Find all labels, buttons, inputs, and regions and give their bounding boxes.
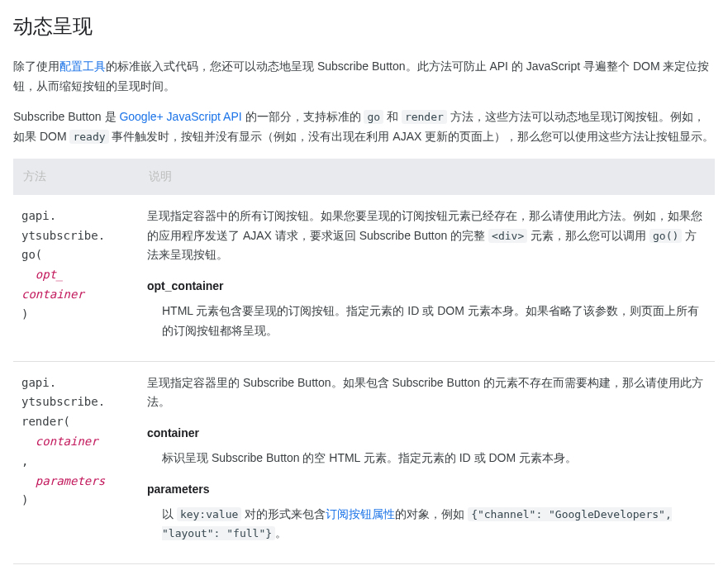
- method-desc-go: 呈现指定容器中的所有订阅按钮。如果您要呈现的订阅按钮元素已经存在，那么请使用此方…: [139, 195, 715, 361]
- intro-paragraph-2: Subscribe Button 是 Google+ JavaScript AP…: [13, 107, 715, 147]
- config-tool-link[interactable]: 配置工具: [59, 59, 106, 73]
- gplus-js-api-link[interactable]: Google+ JavaScript API: [119, 110, 241, 123]
- param-body-parameters: 以 key:value 对的形式来包含订阅按钮属性的对象，例如 {"channe…: [162, 505, 705, 544]
- desc-lead: 呈现指定容器中的所有订阅按钮。如果您要呈现的订阅按钮元素已经存在，那么请使用此方…: [147, 207, 705, 265]
- param-body-container: 标识呈现 Subscribe Button 的空 HTML 元素。指定元素的 I…: [162, 449, 705, 468]
- text: 事件触发时，按钮并没有显示（例如，没有出现在利用 AJAX 更新的页面上），那么…: [109, 130, 715, 143]
- table-row: gapi. ytsubscribe. go( opt_ container ) …: [13, 195, 715, 361]
- col-header-method: 方法: [13, 159, 139, 195]
- text: Subscribe Button 是: [13, 110, 119, 123]
- text: 对的形式来包含: [241, 507, 326, 520]
- methods-table: 方法 说明 gapi. ytsubscribe. go( opt_ contai…: [13, 159, 715, 564]
- table-row: gapi. ytsubscribe. render( container , p…: [13, 361, 715, 564]
- code-render: render: [402, 110, 447, 124]
- sig-text: ,: [21, 454, 36, 487]
- sig-text: ): [21, 307, 28, 321]
- code-ready: ready: [69, 130, 108, 144]
- param-body-opt-container: HTML 元素包含要呈现的订阅按钮。指定元素的 ID 或 DOM 元素本身。如果…: [162, 302, 705, 341]
- param-name-parameters: parameters: [147, 480, 705, 500]
- text: 以: [162, 507, 177, 520]
- subscribe-button-attributes-link[interactable]: 订阅按钮属性: [326, 507, 395, 520]
- sig-var: container: [36, 435, 98, 448]
- text: 的一部分，支持标准的: [242, 110, 364, 123]
- method-signature-go: gapi. ytsubscribe. go( opt_ container ): [13, 195, 139, 361]
- method-desc-render: 呈现指定容器里的 Subscribe Button。如果包含 Subscribe…: [139, 361, 715, 564]
- sig-text: ): [21, 493, 28, 506]
- section-heading: 动态呈现: [13, 10, 715, 44]
- param-name-opt-container: opt_container: [147, 277, 705, 297]
- desc-lead: 呈现指定容器里的 Subscribe Button。如果包含 Subscribe…: [147, 373, 705, 413]
- text: 的对象，例如: [395, 507, 468, 520]
- code-div: <div>: [488, 229, 527, 243]
- param-name-container: container: [147, 424, 705, 444]
- code-keyvalue: key:value: [177, 507, 241, 521]
- code-go: go: [364, 110, 383, 124]
- method-signature-render: gapi. ytsubscribe. render( container , p…: [13, 361, 139, 564]
- text: 除了使用: [13, 59, 59, 73]
- text: 的标准嵌入式代码，您还可以动态地呈现 Subscribe Button。此方法可…: [13, 59, 709, 93]
- col-header-desc: 说明: [139, 159, 715, 195]
- intro-paragraph-1: 除了使用配置工具的标准嵌入式代码，您还可以动态地呈现 Subscribe But…: [13, 57, 715, 97]
- sig-var: parameters: [36, 474, 105, 487]
- text: 和: [383, 110, 402, 123]
- text: 。: [275, 526, 287, 539]
- text: 元素，那么您可以调用: [527, 229, 649, 242]
- code-go-fn: go(): [649, 229, 682, 243]
